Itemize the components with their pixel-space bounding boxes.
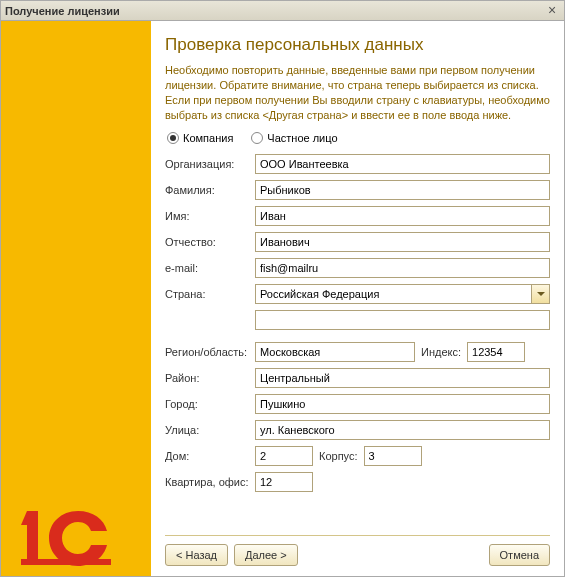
- country-select[interactable]: Российская Федерация: [255, 284, 550, 304]
- radio-company[interactable]: Компания: [167, 132, 233, 144]
- region-field[interactable]: [255, 342, 415, 362]
- license-wizard-window: Получение лицензии × Проверка персональн…: [0, 0, 565, 577]
- next-button[interactable]: Далее >: [234, 544, 298, 566]
- organization-field[interactable]: [255, 154, 550, 174]
- building-field[interactable]: [364, 446, 422, 466]
- radio-person-label: Частное лицо: [267, 132, 337, 144]
- label-apartment: Квартира, офис:: [165, 476, 255, 488]
- label-country: Страна:: [165, 288, 255, 300]
- window-body: Проверка персональных данных Необходимо …: [1, 21, 564, 576]
- sidebar: [1, 21, 151, 576]
- label-district: Район:: [165, 372, 255, 384]
- index-field[interactable]: [467, 342, 525, 362]
- radio-icon: [251, 132, 263, 144]
- label-index: Индекс:: [415, 346, 467, 358]
- apartment-field[interactable]: [255, 472, 313, 492]
- close-icon[interactable]: ×: [544, 3, 560, 19]
- label-surname: Фамилия:: [165, 184, 255, 196]
- city-field[interactable]: [255, 394, 550, 414]
- name-field[interactable]: [255, 206, 550, 226]
- form: Компания Частное лицо Организация: Фамил…: [165, 132, 550, 535]
- cancel-button[interactable]: Отмена: [489, 544, 550, 566]
- label-city: Город:: [165, 398, 255, 410]
- label-organization: Организация:: [165, 158, 255, 170]
- window-title: Получение лицензии: [5, 5, 544, 17]
- radio-icon: [167, 132, 179, 144]
- label-region: Регион/область:: [165, 346, 255, 358]
- email-field[interactable]: [255, 258, 550, 278]
- label-patronymic: Отчество:: [165, 236, 255, 248]
- main-panel: Проверка персональных данных Необходимо …: [151, 21, 564, 576]
- radio-company-label: Компания: [183, 132, 233, 144]
- wizard-footer: < Назад Далее > Отмена: [165, 535, 550, 566]
- country-other-field[interactable]: [255, 310, 550, 330]
- svg-rect-2: [21, 559, 111, 565]
- instructions-text: Необходимо повторить данные, введенные в…: [165, 63, 550, 122]
- titlebar: Получение лицензии ×: [1, 1, 564, 21]
- label-house: Дом:: [165, 450, 255, 462]
- label-street: Улица:: [165, 424, 255, 436]
- patronymic-field[interactable]: [255, 232, 550, 252]
- label-building: Корпус:: [313, 450, 364, 462]
- spacer: [304, 544, 483, 566]
- surname-field[interactable]: [255, 180, 550, 200]
- label-email: e-mail:: [165, 262, 255, 274]
- district-field[interactable]: [255, 368, 550, 388]
- street-field[interactable]: [255, 420, 550, 440]
- country-select-value: Российская Федерация: [260, 288, 545, 300]
- radio-person[interactable]: Частное лицо: [251, 132, 337, 144]
- house-field[interactable]: [255, 446, 313, 466]
- entity-type-group: Компания Частное лицо: [165, 132, 550, 144]
- label-name: Имя:: [165, 210, 255, 222]
- back-button[interactable]: < Назад: [165, 544, 228, 566]
- chevron-down-icon[interactable]: [531, 285, 549, 303]
- page-title: Проверка персональных данных: [165, 35, 550, 55]
- logo-1c: [21, 511, 121, 566]
- svg-rect-0: [27, 511, 38, 559]
- svg-marker-1: [21, 511, 27, 525]
